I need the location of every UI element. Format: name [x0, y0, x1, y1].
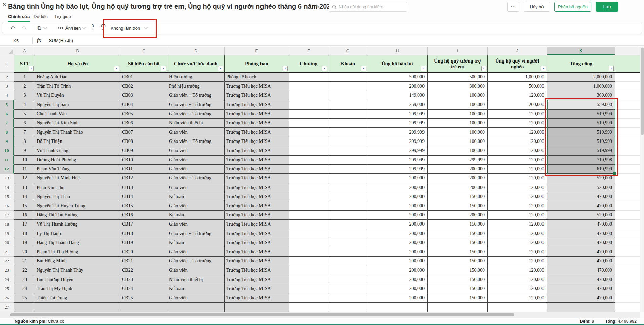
cell-J19[interactable]: 120,000 [488, 229, 547, 238]
header-cell-C1[interactable]: Số hiệu cán bộ▼ [120, 55, 167, 73]
cell-I14[interactable]: 200,000 [428, 183, 488, 192]
filter-dropdown-icon[interactable]: ▼ [361, 66, 366, 71]
cell-G25[interactable] [328, 284, 367, 293]
cell-D9[interactable]: Giáo viên + Tổ trưởng [167, 137, 225, 146]
cell-F23[interactable] [289, 266, 328, 275]
column-header-B[interactable]: B [35, 47, 120, 55]
row-header-24[interactable]: 24 [0, 275, 14, 284]
cell-I8[interactable]: 100,000 [428, 128, 488, 137]
cell-G13[interactable] [328, 174, 367, 183]
column-header-G[interactable]: G [328, 47, 367, 55]
cell-E25[interactable]: Trường Tiểu học MISA [225, 284, 289, 293]
cell-I7[interactable]: 100,000 [428, 119, 488, 128]
cell-C12[interactable]: CB11 [120, 165, 167, 174]
column-header-C[interactable]: C [120, 47, 167, 55]
header-cell-I1[interactable]: Ủng hộ quỹ tương trợ trẻ em▼ [428, 55, 488, 73]
cell-K8[interactable]: 519,999 [547, 128, 615, 137]
cell-C21[interactable]: CB20 [120, 247, 167, 256]
row-header-14[interactable]: 14 [0, 183, 14, 192]
cell-B17[interactable]: Đặng Thị Thu Hương [35, 211, 120, 220]
menu-tab-edit[interactable]: Chỉnh sửa [8, 14, 30, 22]
cell-E17[interactable]: Trường Tiểu học MISA [225, 211, 289, 220]
cell-A16[interactable]: 15 [14, 201, 35, 210]
row-header-10[interactable]: 10 [0, 146, 14, 155]
cell-E5[interactable]: Trường Tiểu học MISA [225, 100, 289, 109]
column-header-H[interactable]: H [367, 47, 428, 55]
cell-J15[interactable]: 120,000 [488, 192, 547, 201]
cell-B10[interactable]: Vũ Thanh Giang [35, 146, 120, 155]
cell-J9[interactable]: 120,000 [488, 137, 547, 146]
close-icon[interactable]: ✕ [0, 0, 9, 9]
cell-J3[interactable]: 500,000 [488, 82, 547, 91]
row-header-8[interactable]: 8 [0, 128, 14, 137]
cell-A7[interactable]: 6 [14, 119, 35, 128]
cell-D27[interactable] [167, 303, 225, 312]
cell-A11[interactable]: 10 [14, 156, 35, 165]
cell-A5[interactable]: 4 [14, 100, 35, 109]
cell-B27[interactable] [35, 303, 120, 312]
cell-E22[interactable]: Trường Tiểu học MISA [225, 257, 289, 266]
row-header-21[interactable]: 21 [0, 247, 14, 256]
cell-K23[interactable]: 470,000 [547, 266, 615, 275]
redo-button[interactable]: ↷ [22, 22, 26, 34]
cell-B8[interactable]: Nguyễn Thị Thanh Thảo [35, 128, 120, 137]
cell-D6[interactable]: Giáo viên + Tổ trưởng [167, 110, 225, 119]
cell-D24[interactable]: Nhân viên thiết bị [167, 275, 225, 284]
cell-A13[interactable]: 12 [14, 174, 35, 183]
row-header-6[interactable]: 6 [0, 110, 14, 119]
cell-C11[interactable]: CB10 [120, 156, 167, 165]
cell-B5[interactable]: Nguyễn Thị Sâm [35, 100, 120, 109]
cell-C14[interactable]: CB13 [120, 183, 167, 192]
cell-F14[interactable] [289, 183, 328, 192]
cell-H24[interactable]: 200,000 [367, 275, 428, 284]
cell-H7[interactable]: 299,999 [367, 119, 428, 128]
cell-G21[interactable] [328, 247, 367, 256]
cell-C25[interactable]: CB24 [120, 284, 167, 293]
cell-A19[interactable]: 18 [14, 229, 35, 238]
cell-C17[interactable]: CB16 [120, 211, 167, 220]
cell-G8[interactable] [328, 128, 367, 137]
cell-F8[interactable] [289, 128, 328, 137]
cell-I20[interactable]: 150,000 [428, 238, 488, 247]
cell-F11[interactable] [289, 156, 328, 165]
menu-tab-data[interactable]: Dữ liệu [34, 14, 48, 21]
cell-C13[interactable]: CB12 [120, 174, 167, 183]
cell-A22[interactable]: 21 [14, 257, 35, 266]
cell-E9[interactable]: Trường Tiểu học MISA [225, 137, 289, 146]
row-header-17[interactable]: 17 [0, 211, 14, 220]
select-all-corner[interactable] [0, 47, 14, 55]
cell-K26[interactable]: 470,000 [547, 293, 615, 302]
cell-E21[interactable]: Trường Tiểu học MISA [225, 247, 289, 256]
cell-F12[interactable] [289, 165, 328, 174]
cell-B19[interactable]: Lý Thị Hạnh [35, 229, 120, 238]
cell-D8[interactable]: Giáo viên [167, 128, 225, 137]
edit-title-pencil-icon[interactable]: ✎ [315, 3, 320, 10]
cell-K19[interactable]: 470,000 [547, 229, 615, 238]
cell-C5[interactable]: CB04 [120, 100, 167, 109]
cell-H14[interactable]: 200,000 [367, 183, 428, 192]
row-header-12[interactable]: 12 [0, 165, 14, 174]
cell-A2[interactable]: 1 [14, 73, 35, 82]
cell-B7[interactable]: Nguyễn Thị Kim Sinh [35, 119, 120, 128]
cell-G5[interactable] [328, 100, 367, 109]
cell-A4[interactable]: 3 [14, 91, 35, 100]
cell-J5[interactable]: 200,000 [488, 100, 547, 109]
cell-G22[interactable] [328, 257, 367, 266]
cell-H19[interactable]: 200,000 [367, 229, 428, 238]
cell-E26[interactable]: Trường Tiểu học MISA [225, 293, 289, 302]
cell-F6[interactable] [289, 110, 328, 119]
cell-D2[interactable]: Hiệu trưởng [167, 73, 225, 82]
cell-I25[interactable]: 150,000 [428, 284, 488, 293]
cell-E27[interactable] [225, 303, 289, 312]
cell-J26[interactable]: 120,000 [488, 293, 547, 302]
cell-G20[interactable] [328, 238, 367, 247]
cell-A25[interactable]: 24 [14, 284, 35, 293]
cell-F20[interactable] [289, 238, 328, 247]
cell-A3[interactable]: 2 [14, 82, 35, 91]
cell-K18[interactable]: 470,000 [547, 220, 615, 229]
cell-H9[interactable]: 299,999 [367, 137, 428, 146]
cell-A27[interactable] [14, 303, 35, 312]
cell-A14[interactable]: 13 [14, 183, 35, 192]
cell-C4[interactable]: CB03 [120, 91, 167, 100]
row-header-20[interactable]: 20 [0, 238, 14, 247]
